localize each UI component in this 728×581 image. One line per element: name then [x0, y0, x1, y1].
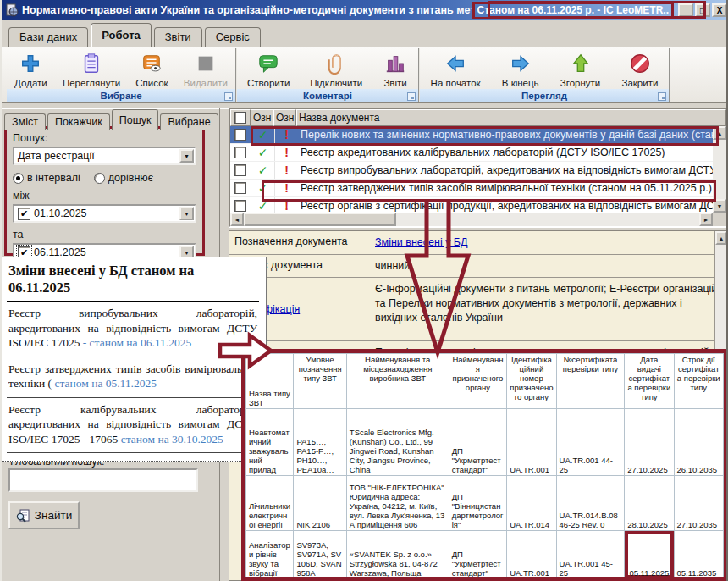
check-mark-icon: ✓: [251, 197, 275, 213]
radio-interval[interactable]: в інтервалі: [13, 172, 80, 184]
attach-button[interactable]: Підключити: [307, 50, 365, 89]
col-body-name: Найменування призначеного органу: [449, 354, 506, 409]
no-entry-icon: [627, 51, 653, 76]
check-mark-icon: ✓: [251, 144, 275, 161]
document-list: Озн Озн Назва документа ✓ ! Перелік нови…: [229, 108, 728, 228]
arrow-up-icon: [568, 51, 593, 76]
popup-entry: Реєстр випробувальних лабораторій, акред…: [7, 302, 259, 357]
document-row[interactable]: ✓ ! Реєстр випробувальних лабораторій, а…: [230, 162, 713, 180]
menu-tab-service[interactable]: Сервіс: [205, 27, 261, 47]
checkbox-icon: [234, 112, 246, 124]
chevron-down-icon[interactable]: ▼: [179, 149, 194, 163]
close-button[interactable]: X: [712, 3, 727, 17]
dialog-launcher-icon[interactable]: [407, 92, 416, 101]
dialog-launcher-icon[interactable]: [224, 92, 233, 101]
check-mark-icon: ✓: [251, 126, 275, 143]
checkbox-icon[interactable]: [234, 164, 246, 176]
view-button[interactable]: Переглянути: [60, 50, 123, 89]
column-mark2[interactable]: Озн: [273, 109, 296, 126]
reports-button[interactable]: Звіти: [380, 50, 411, 89]
search-label: Пошук:: [13, 132, 196, 144]
col-cert-date: Дата видачі сертифіката перевірки типу: [625, 354, 674, 409]
clipboard-icon: [79, 51, 104, 76]
tab-search[interactable]: Пошук: [112, 109, 159, 130]
global-search-input[interactable]: [8, 468, 198, 492]
ribbon-group-view: На початок В кінець Згорнути: [420, 48, 670, 102]
menu-tab-reports[interactable]: Звіти: [154, 27, 202, 47]
chevron-down-icon[interactable]: ▼: [179, 207, 194, 220]
horizontal-scrollbar[interactable]: ◄ ►: [230, 213, 713, 226]
tab-favorites[interactable]: Вибране: [160, 113, 218, 130]
red-exclamation-icon: !: [275, 162, 298, 179]
red-exclamation-icon: !: [275, 197, 298, 213]
scroll-up-icon[interactable]: ▲: [715, 231, 727, 245]
scroll-up-icon[interactable]: ▲: [713, 126, 726, 140]
document-list-body: ✓ ! Перелік нових та змінених нормативно…: [230, 126, 713, 213]
search-panel: Пошук: Дата реєстрації ▼ в інтервалі дор…: [4, 126, 205, 256]
red-exclamation-icon: !: [275, 180, 298, 196]
detail-row: Класифікація Є-Інформаційні документи з …: [229, 278, 727, 341]
radio-dot-icon: [13, 173, 24, 184]
scroll-right-icon[interactable]: ►: [699, 213, 713, 226]
menu-tab-databases[interactable]: Бази даних: [8, 27, 88, 47]
db-changes-popup: Зміни внесені у БД станом на 06.11.2025 …: [2, 257, 267, 462]
col-type-name: Назва типу ЗВТ: [246, 354, 294, 409]
check-mark-icon: ✓: [251, 180, 275, 196]
list-eye-icon: [139, 51, 164, 76]
add-button[interactable]: Додати: [12, 50, 50, 89]
list-button[interactable]: Список: [133, 50, 170, 89]
document-row[interactable]: ✓ ! Реєстр органів з сертифікації продук…: [230, 197, 713, 213]
highlighted-date-cell: 05.11.2025: [625, 531, 674, 579]
checkbox-checked-icon[interactable]: ✔: [18, 208, 30, 220]
tab-contents[interactable]: Зміст: [4, 113, 46, 130]
group-label-favorites: Вибране: [7, 89, 235, 102]
find-button[interactable]: Знайти: [8, 501, 80, 529]
menu-tab-work[interactable]: Робота: [91, 23, 152, 47]
dialog-launcher-icon[interactable]: [658, 92, 666, 101]
maximize-button[interactable]: □: [695, 3, 710, 17]
changes-in-db-link[interactable]: Зміни внесені у БД: [375, 236, 468, 248]
create-comment-button[interactable]: Створити: [245, 50, 292, 89]
tab-index[interactable]: Покажчик: [47, 113, 110, 130]
document-list-header: Озн Озн Назва документа: [230, 109, 726, 126]
date-from-combobox[interactable]: ✔ 01.10.2025 ▼: [13, 204, 196, 223]
document-row[interactable]: ✓ ! Перелік нових та змінених нормативно…: [230, 126, 713, 144]
detail-row: Позначення документа Зміни внесені у БД: [229, 231, 727, 255]
scrollbar-thumb[interactable]: [244, 213, 396, 226]
paperclip-icon: [323, 51, 349, 76]
red-exclamation-icon: !: [275, 126, 298, 143]
magnifier-icon: [16, 509, 30, 523]
column-name[interactable]: Назва документа: [296, 109, 726, 126]
type-approval-table: Назва типу ЗВТ Умовне позначення типу ЗВ…: [241, 349, 728, 581]
checkbox-icon[interactable]: [234, 182, 246, 194]
go-end-button[interactable]: В кінець: [499, 50, 542, 89]
radio-dot-icon: [94, 173, 105, 184]
document-row[interactable]: ✓ ! Реєстр акредитованих калібрувальних …: [230, 144, 713, 162]
minimize-button[interactable]: _: [678, 3, 693, 17]
group-label-view: Перегляд: [420, 89, 669, 102]
col-body-id: Ідентифікаційний номер призначеного орга…: [507, 354, 556, 409]
scroll-down-icon[interactable]: ▼: [713, 199, 726, 213]
plus-icon: [18, 51, 43, 76]
select-all-checkbox[interactable]: [230, 109, 251, 126]
radio-equals[interactable]: дорівнює: [94, 172, 153, 184]
document-row[interactable]: ✓ ! Реєстр затверджених типів засобів ви…: [230, 180, 713, 197]
bar-chart-icon: [383, 51, 408, 76]
close-db-button[interactable]: Закрити: [620, 50, 661, 89]
checkbox-icon[interactable]: [234, 200, 246, 212]
delete-icon: [193, 51, 218, 76]
group-label-comments: Коментарі: [237, 89, 418, 102]
collapse-button[interactable]: Згорнути: [558, 50, 603, 89]
ribbon-group-comments: Створити Підключити Звіти Коментарі: [237, 48, 420, 102]
arrow-right-icon: [508, 51, 533, 76]
popup-entry: Реєстр органів з сертифікації продукції,…: [7, 453, 259, 462]
checkbox-icon[interactable]: [234, 147, 246, 158]
col-designation: Умовне позначення типу ЗВТ: [294, 354, 346, 409]
go-start-button[interactable]: На початок: [428, 50, 483, 89]
vertical-scrollbar[interactable]: ▲ ▼: [713, 126, 726, 213]
search-field-combobox[interactable]: Дата реєстрації ▼: [13, 147, 196, 165]
column-mark1[interactable]: Озн: [251, 109, 273, 126]
table-row: Неавтоматичний зважувальний прилад PA15……: [246, 409, 724, 476]
checkbox-icon[interactable]: [234, 129, 246, 141]
scroll-left-icon[interactable]: ◄: [230, 213, 244, 226]
